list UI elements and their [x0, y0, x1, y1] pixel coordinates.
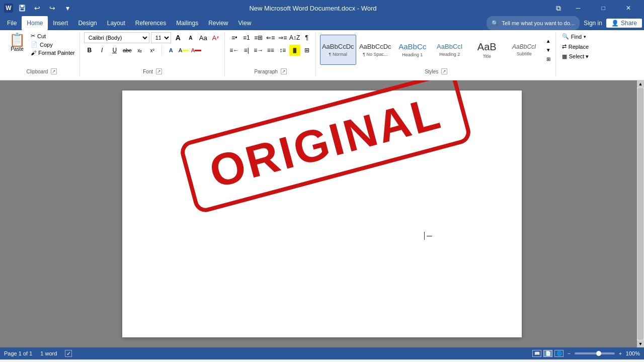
format-painter-button[interactable]: 🖌 Format Painter — [29, 49, 76, 56]
status-right: 📖 📄 🌐 − + 100% — [532, 350, 640, 357]
search-icon: 🔍 — [492, 20, 499, 27]
font-group: Calibri (Body) 11 A A Aa A✗ B I U abc x₂… — [81, 32, 225, 76]
show-formatting-button[interactable]: ¶ — [301, 32, 312, 43]
style-heading1[interactable]: AaBbCc Heading 1 — [394, 35, 431, 65]
styles-more-button[interactable]: ⊞ — [544, 54, 552, 63]
font-shrink-button[interactable]: A — [185, 32, 196, 43]
style-heading2[interactable]: AaBbCcI Heading 2 — [432, 35, 468, 65]
bullets-button[interactable]: ≡• — [229, 32, 240, 43]
save-button[interactable] — [16, 2, 28, 14]
menu-home[interactable]: Home — [22, 16, 48, 30]
change-case-button[interactable]: Aa — [198, 32, 209, 43]
menu-file[interactable]: File — [2, 16, 22, 30]
text-effects-button[interactable]: A — [166, 45, 177, 56]
scroll-thumb[interactable] — [637, 88, 643, 340]
editing-label-row: Editing — [560, 68, 591, 74]
zoom-slider-thumb — [596, 351, 601, 356]
find-icon: 🔍 — [562, 33, 569, 40]
scrollbar[interactable]: ▲ ▼ — [637, 80, 644, 347]
ribbon-display-button[interactable]: ⧉ — [552, 2, 565, 14]
numbering-button[interactable]: ≡1 — [241, 32, 252, 43]
align-right-button[interactable]: ≡→ — [253, 45, 264, 56]
font-size-select[interactable]: 11 — [151, 32, 171, 43]
style-subtitle[interactable]: AaBbCcI Subtitle — [506, 35, 542, 65]
zoom-in-button[interactable]: + — [619, 351, 622, 356]
ribbon: 📋 Paste ✂ Cut 📄 Copy 🖌 Format Painter — [0, 30, 644, 80]
redo-button[interactable]: ↪ — [46, 2, 58, 14]
undo-button[interactable]: ↩ — [31, 2, 43, 14]
scroll-up-button[interactable]: ▲ — [637, 80, 644, 87]
scroll-down-button[interactable]: ▼ — [637, 340, 644, 347]
sign-in-button[interactable]: Sign in — [584, 20, 602, 27]
document-area[interactable]: ORIGINAL — — [0, 80, 637, 347]
sort-button[interactable]: A↕Z — [289, 32, 300, 43]
print-layout-button[interactable]: 📄 — [543, 350, 552, 357]
menu-mailings[interactable]: Mailings — [171, 16, 203, 30]
zoom-level: 100% — [626, 350, 640, 356]
menu-design[interactable]: Design — [73, 16, 102, 30]
font-expand-button[interactable]: ↗ — [156, 68, 162, 74]
clipboard-label-row: Clipboard ↗ — [7, 67, 76, 74]
customize-qat-button[interactable]: ▾ — [61, 2, 73, 14]
paragraph-group-content: ≡• ≡1 ≡⊞ ⇐≡ ⇒≡ A↕Z ¶ ≡← ≡| ≡→ ≡≡ ↕≡ ▓ ⊞ — [229, 32, 312, 67]
clear-formatting-button[interactable]: A✗ — [210, 32, 221, 43]
bold-button[interactable]: B — [84, 45, 95, 56]
styles-scroll-up-button[interactable]: ▲ — [544, 36, 552, 45]
tell-me-search[interactable]: 🔍 Tell me what you want to do... — [487, 16, 580, 30]
font-color-button[interactable]: A — [191, 45, 202, 56]
web-layout-button[interactable]: 🌐 — [554, 350, 564, 357]
shading-button[interactable]: ▓ — [289, 45, 300, 56]
strikethrough-button[interactable]: abc — [122, 45, 133, 56]
font-label-row: Font ↗ — [84, 67, 221, 74]
line-spacing-button[interactable]: ↕≡ — [277, 45, 288, 56]
text-highlight-button[interactable]: A — [178, 45, 189, 56]
style-title[interactable]: AaB Title — [469, 35, 505, 65]
paste-button[interactable]: 📋 Paste — [7, 32, 27, 53]
paragraph-expand-button[interactable]: ↗ — [281, 68, 287, 74]
stamp-text: ORIGINAL — [205, 89, 446, 195]
borders-button[interactable]: ⊞ — [301, 45, 312, 56]
zoom-out-button[interactable]: − — [568, 351, 571, 356]
zoom-slider[interactable] — [575, 352, 615, 354]
font-name-select[interactable]: Calibri (Body) — [84, 32, 149, 43]
menu-insert[interactable]: Insert — [48, 16, 73, 30]
styles-scroll-down-button[interactable]: ▼ — [544, 45, 552, 54]
replace-button[interactable]: ⇄ Replace — [560, 42, 591, 51]
style-no-spacing[interactable]: AaBbCcDc ¶ No Spac... — [357, 35, 393, 65]
styles-label-row: Styles ↗ — [320, 67, 552, 74]
increase-indent-button[interactable]: ⇒≡ — [277, 32, 288, 43]
justify-button[interactable]: ≡≡ — [265, 45, 276, 56]
clipboard-expand-button[interactable]: ↗ — [51, 68, 57, 74]
find-button[interactable]: 🔍 Find ▾ — [560, 32, 588, 41]
menu-view[interactable]: View — [233, 16, 257, 30]
decrease-indent-button[interactable]: ⇐≡ — [265, 32, 276, 43]
close-button[interactable]: ✕ — [617, 0, 640, 16]
clipboard-group: 📋 Paste ✂ Cut 📄 Copy 🖌 Format Painter — [4, 32, 80, 76]
menu-review[interactable]: Review — [203, 16, 233, 30]
share-button[interactable]: 👤 Share — [606, 19, 642, 28]
multilevel-list-button[interactable]: ≡⊞ — [253, 32, 264, 43]
menu-layout[interactable]: Layout — [102, 16, 130, 30]
subscript-button[interactable]: x₂ — [134, 45, 145, 56]
copy-button[interactable]: 📄 Copy — [29, 41, 76, 48]
title-bar: W ↩ ↪ ▾ New Microsoft Word Document.docx… — [0, 0, 644, 16]
font-grow-button[interactable]: A — [173, 32, 184, 43]
editing-group-content: 🔍 Find ▾ ⇄ Replace ▦ Select ▾ — [560, 32, 591, 68]
cut-button[interactable]: ✂ Cut — [29, 32, 76, 40]
select-button[interactable]: ▦ Select ▾ — [560, 52, 591, 61]
italic-button[interactable]: I — [97, 45, 108, 56]
styles-expand-button[interactable]: ↗ — [441, 68, 447, 74]
proofing-button[interactable]: ✓ — [65, 350, 72, 357]
styles-group: AaBbCcDc ¶ Normal AaBbCcDc ¶ No Spac... … — [317, 32, 556, 76]
document-page: ORIGINAL — — [122, 90, 522, 337]
underline-button[interactable]: U — [109, 45, 120, 56]
style-normal[interactable]: AaBbCcDc ¶ Normal — [320, 35, 356, 65]
read-mode-button[interactable]: 📖 — [532, 350, 541, 357]
minimize-button[interactable]: ─ — [567, 0, 590, 16]
superscript-button[interactable]: x² — [147, 45, 158, 56]
align-center-button[interactable]: ≡| — [241, 45, 252, 56]
menu-references[interactable]: References — [130, 16, 171, 30]
align-left-button[interactable]: ≡← — [229, 45, 240, 56]
maximize-button[interactable]: □ — [592, 0, 615, 16]
clipboard-right: ✂ Cut 📄 Copy 🖌 Format Painter — [29, 32, 76, 56]
